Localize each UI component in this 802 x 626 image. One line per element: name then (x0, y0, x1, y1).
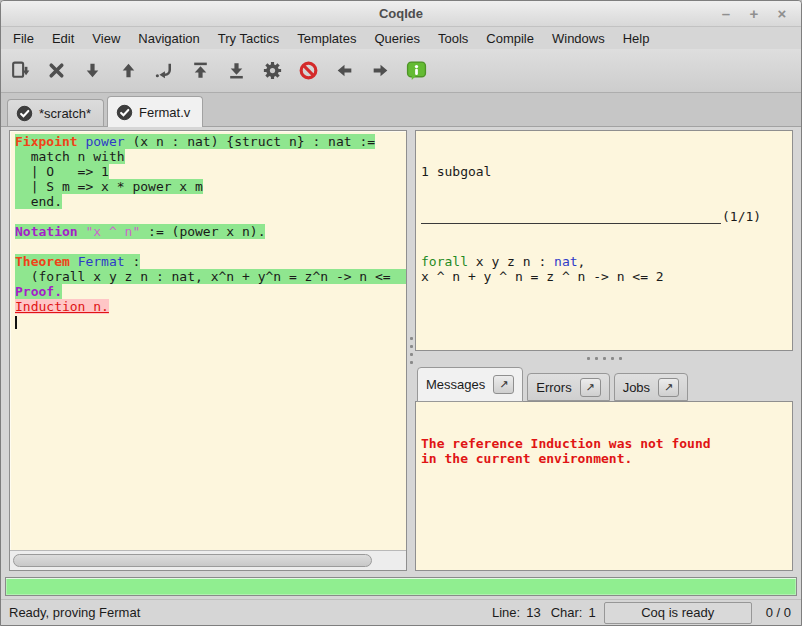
tab-jobs[interactable]: Jobs↗ (614, 373, 688, 401)
detach-icon[interactable]: ↗ (580, 378, 601, 397)
messages-panel[interactable]: The reference Induction was not foundin … (415, 401, 793, 571)
script-editor[interactable]: Fixpoint power (x n : nat) {struct n} : … (10, 131, 406, 550)
scrollbar-thumb[interactable] (13, 554, 372, 567)
processed-highlight: Fixpoint power (x n : nat) {struct n} : … (15, 134, 375, 149)
horizontal-scrollbar[interactable] (10, 550, 406, 570)
tab-label: *scratch* (39, 106, 91, 121)
code-segment: Fixpoint (15, 134, 78, 149)
titlebar[interactable]: CoqIde – + × (1, 1, 801, 27)
menu-windows[interactable]: Windows (543, 29, 614, 48)
code-segment: | S m => x * power x m (15, 179, 203, 194)
menu-try-tactics[interactable]: Try Tactics (209, 29, 288, 48)
goto-start-button[interactable] (187, 57, 214, 84)
menu-file[interactable]: File (4, 29, 43, 48)
code-segment: match n with (15, 149, 125, 164)
code-line: (forall x y z n : nat, x^n + y^n = z^n -… (15, 269, 406, 284)
about-button[interactable] (403, 57, 430, 84)
save-button[interactable] (7, 57, 34, 84)
check-circle-icon (16, 105, 33, 122)
job-counts: 0 / 0 (766, 605, 791, 620)
goto-end-icon (226, 60, 247, 81)
line-value: 13 (526, 605, 540, 620)
close-doc-button[interactable] (43, 57, 70, 84)
coqide-window: CoqIde – + × FileEditViewNavigationTry T… (0, 0, 802, 626)
script-editor-panel[interactable]: Fixpoint power (x n : nat) {struct n} : … (9, 130, 407, 571)
goal-counter: (1/1) (721, 209, 761, 224)
horizontal-splitter[interactable] (415, 351, 793, 365)
code-segment: "x ^ n" (85, 224, 140, 239)
back-button[interactable] (331, 57, 358, 84)
status-bar: Ready, proving Fermat Line: 13 Char: 1 C… (1, 599, 801, 625)
gear-button[interactable] (259, 57, 286, 84)
menu-navigation[interactable]: Navigation (129, 29, 208, 48)
minimize-button[interactable]: – (715, 4, 737, 24)
tab-label: Messages (426, 377, 485, 392)
goal-text: forall x y z n : nat,x ^ n + y ^ n = z ^… (421, 254, 792, 284)
tab-label: Fermat.v (139, 105, 190, 120)
code-line (15, 209, 406, 224)
goto-start-icon (190, 60, 211, 81)
menu-templates[interactable]: Templates (288, 29, 365, 48)
interrupt-icon (298, 60, 319, 81)
coq-status-text: Coq is ready (641, 605, 714, 620)
processed-highlight: match n with (15, 149, 125, 164)
vertical-splitter[interactable] (407, 130, 415, 571)
char-value: 1 (588, 605, 595, 620)
menu-view[interactable]: View (83, 29, 129, 48)
go-up-button[interactable] (115, 57, 142, 84)
code-segment: Notation (15, 224, 78, 239)
detach-icon[interactable]: ↗ (493, 375, 514, 394)
error-highlight: Induction n. (15, 299, 109, 314)
code-line: end. (15, 194, 406, 209)
go-up-icon (118, 60, 139, 81)
forward-icon (370, 60, 391, 81)
code-segment: Fermat (78, 254, 125, 269)
go-down-button[interactable] (79, 57, 106, 84)
coq-progress-bar (5, 577, 797, 596)
code-line (15, 239, 406, 254)
message-tab-bar: Messages↗Errors↗Jobs↗ (415, 365, 793, 401)
code-line: | O => 1 (15, 164, 406, 179)
processed-highlight: | S m => x * power x m (15, 179, 203, 194)
code-line: Fixpoint power (x n : nat) {struct n} : … (15, 134, 406, 149)
goal-separator: (1/1) (421, 209, 792, 224)
close-button[interactable]: × (771, 4, 793, 24)
menu-compile[interactable]: Compile (477, 29, 543, 48)
text-cursor (15, 316, 17, 329)
tab-messages[interactable]: Messages↗ (417, 367, 523, 402)
goal-segment: nat (554, 254, 577, 269)
goto-cursor-button[interactable] (151, 57, 178, 84)
error-message-line: in the current environment. (421, 451, 792, 466)
goal-line: forall x y z n : nat, (421, 254, 792, 269)
goto-end-button[interactable] (223, 57, 250, 84)
window-title: CoqIde (1, 6, 801, 21)
menu-tools[interactable]: Tools (429, 29, 477, 48)
tab-fermat-v[interactable]: Fermat.v (107, 96, 203, 127)
maximize-button[interactable]: + (743, 4, 765, 24)
tab--scratch-[interactable]: *scratch* (7, 99, 104, 126)
goto-cursor-icon (154, 60, 175, 81)
menu-queries[interactable]: Queries (365, 29, 429, 48)
code-segment: (x n : nat) {struct n} : nat := (125, 134, 375, 149)
tab-errors[interactable]: Errors↗ (527, 373, 609, 401)
about-icon (406, 60, 427, 81)
coq-status-indicator[interactable]: Coq is ready (604, 602, 752, 624)
menu-edit[interactable]: Edit (43, 29, 83, 48)
interrupt-button[interactable] (295, 57, 322, 84)
line-label: Line: (492, 605, 520, 620)
close-doc-icon (46, 60, 67, 81)
menu-bar: FileEditViewNavigationTry TacticsTemplat… (1, 27, 801, 49)
save-icon (10, 60, 31, 81)
code-segment: Theorem (15, 254, 70, 269)
goals-panel[interactable]: 1 subgoal (1/1) forall x y z n : nat,x ^… (415, 130, 793, 351)
code-segment (70, 254, 78, 269)
tab-label: Jobs (623, 380, 650, 395)
detach-icon[interactable]: ↗ (658, 378, 679, 397)
code-line: match n with (15, 149, 406, 164)
forward-button[interactable] (367, 57, 394, 84)
processed-highlight: Proof. (15, 284, 62, 299)
code-line: Induction n. (15, 299, 406, 314)
goal-segment: x ^ n + y ^ n = z ^ n -> n <= 2 (421, 269, 664, 284)
processed-highlight: Notation "x ^ n" := (power x n). (15, 224, 265, 239)
menu-help[interactable]: Help (614, 29, 659, 48)
